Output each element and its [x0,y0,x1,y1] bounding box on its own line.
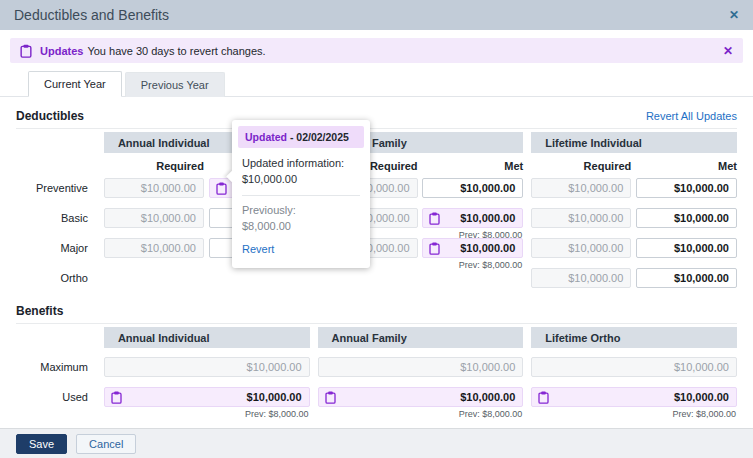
basic-annual-individual-required-input: $10,000.00 [104,208,204,228]
row-label: Maximum [16,361,96,373]
banner-label: Updates [40,45,83,57]
table-row-preventive: Preventive $10,000.00 $10,000.00 $10,000… [16,178,737,198]
row-label: Major [16,242,96,254]
subheader-required: Required [531,160,631,172]
tooltip-previous-value: $8,000.00 [242,219,360,235]
tab-current-year[interactable]: Current Year [28,71,122,97]
used-lifetime-ortho-input[interactable]: $10,000.00 [531,387,737,407]
benefits-table: Annual Individual Annual Family Lifetime… [16,323,737,407]
column-header-lifetime-individual: Lifetime Individual [531,132,737,153]
previous-value-note: Prev: $8,000.00 [245,409,309,419]
update-clipboard-icon[interactable] [538,391,549,404]
tooltip-divider [242,195,360,196]
update-clipboard-icon[interactable] [429,212,440,225]
preventive-lifetime-individual-required-input: $10,000.00 [531,178,631,198]
table-row-basic: Basic $10,000.00 $10,000.00 $10,000.00 $… [16,208,737,228]
revert-all-updates-link[interactable]: Revert All Updates [646,110,737,122]
row-label: Basic [16,212,96,224]
year-tabs: Current Year Previous Year [0,71,753,97]
cancel-button[interactable]: Cancel [76,434,136,454]
tooltip-updated-value: $10,000.00 [242,172,360,188]
column-header-annual-individual: Annual Individual [104,327,310,348]
save-button[interactable]: Save [16,434,67,454]
table-row-major: Major $10,000.00 $10,000.00 $10,000.00 $… [16,238,737,258]
deductibles-benefits-dialog: Deductibles and Benefits ✕ Updates You h… [0,0,753,458]
tooltip-revert-link[interactable]: Revert [242,242,360,258]
basic-lifetime-individual-required-input: $10,000.00 [531,208,631,228]
row-label: Used [16,391,96,403]
clipboard-icon [20,44,32,58]
used-annual-individual-input[interactable]: $10,000.00 [104,387,310,407]
subheader-met: Met [636,160,737,172]
deductibles-table: Annual Individual Annual Family Lifetime… [16,128,737,288]
table-row-ortho: Ortho $10,000.00 $10,000.00 [16,268,737,288]
dialog-footer: Save Cancel [0,428,753,458]
basic-lifetime-individual-met-input[interactable]: $10,000.00 [636,208,737,228]
major-lifetime-individual-required-input: $10,000.00 [531,238,631,258]
previous-value-note: Prev: $8,000.00 [672,409,736,419]
major-lifetime-individual-met-input[interactable]: $10,000.00 [636,238,737,258]
benefits-heading: Benefits [16,304,63,318]
maximum-annual-family-input: $10,000.00 [318,357,524,377]
banner-message: You have 30 days to revert changes. [87,45,265,57]
previous-value-note: Prev: $8,000.00 [459,409,523,419]
ortho-lifetime-individual-required-input: $10,000.00 [531,268,631,288]
update-clipboard-icon[interactable] [111,391,122,404]
update-clipboard-icon[interactable] [325,391,336,404]
preventive-annual-family-met-input[interactable]: $10,000.00 [422,178,523,198]
tooltip-updated-label: Updated information: [242,156,360,172]
basic-annual-family-met-input[interactable]: $10,000.00 [422,208,523,228]
column-header-lifetime-ortho: Lifetime Ortho [531,327,737,348]
deductibles-heading: Deductibles [16,109,84,123]
tooltip-header: Updated - 02/02/2025 [238,126,364,148]
updates-banner: Updates You have 30 days to revert chang… [10,38,743,63]
ortho-lifetime-individual-met-input[interactable]: $10,000.00 [636,268,737,288]
used-annual-family-input[interactable]: $10,000.00 [318,387,524,407]
preventive-annual-individual-required-input: $10,000.00 [104,178,204,198]
dialog-title: Deductibles and Benefits [14,7,169,23]
major-annual-individual-required-input: $10,000.00 [104,238,204,258]
row-label: Preventive [16,182,96,194]
column-header-annual-family: Annual Family [318,327,524,348]
row-label: Ortho [16,272,96,284]
tab-previous-year[interactable]: Previous Year [125,72,225,97]
banner-close-icon[interactable]: ✕ [723,45,733,57]
maximum-annual-individual-input: $10,000.00 [104,357,310,377]
tooltip-previous-label: Previously: [242,203,360,219]
table-row-used: Used $10,000.00Prev: $8,000.00 $10,000.0… [16,387,737,407]
tab-content: Deductibles Revert All Updates Annual In… [0,109,753,407]
table-row-maximum: Maximum $10,000.00 $10,000.00 $10,000.00 [16,357,737,377]
major-annual-family-met-input[interactable]: $10,000.00 [422,238,523,258]
subheader-met: Met [422,160,523,172]
maximum-lifetime-ortho-input: $10,000.00 [531,357,737,377]
update-clipboard-icon[interactable] [216,182,227,195]
update-tooltip: Updated - 02/02/2025 Updated information… [232,120,370,268]
preventive-lifetime-individual-met-input[interactable]: $10,000.00 [636,178,737,198]
subheader-required: Required [104,160,204,172]
update-clipboard-icon[interactable] [429,242,440,255]
dialog-close-icon[interactable]: ✕ [729,9,739,21]
dialog-titlebar: Deductibles and Benefits ✕ [0,0,753,30]
